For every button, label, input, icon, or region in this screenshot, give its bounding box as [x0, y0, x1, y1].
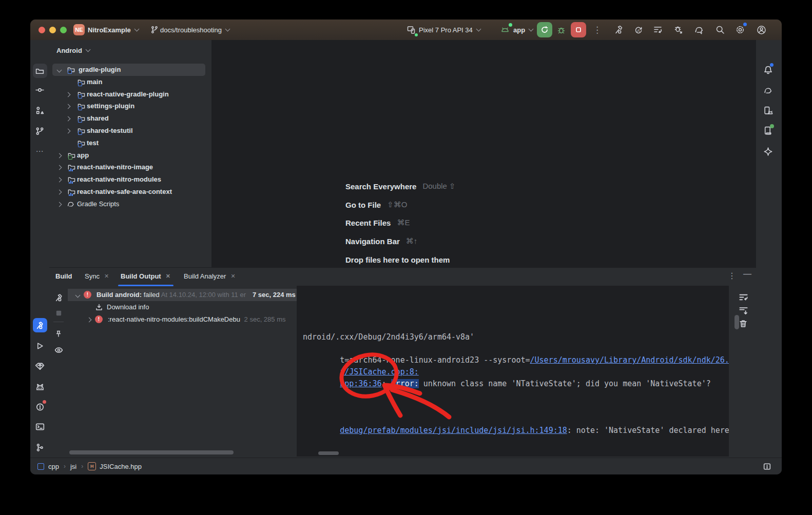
tree-item-settings-plugin[interactable]: settings-plugin [49, 100, 211, 112]
breadcrumb-jsi[interactable]: jsi [70, 463, 76, 470]
tab-sync[interactable]: Sync ✕ [85, 272, 109, 280]
search-icon[interactable] [714, 24, 726, 36]
close-window-button[interactable] [38, 27, 45, 33]
console-line: ndroid/.cxx/Debug/2nd4i3y6/arm64-v8a' [303, 331, 474, 343]
svg-text:A: A [637, 28, 640, 33]
problems-tool-button[interactable] [33, 400, 47, 414]
soft-wrap-icon[interactable] [739, 292, 749, 303]
tree-item-test[interactable]: test [49, 137, 211, 149]
chevron-down-icon[interactable] [75, 293, 81, 298]
project-view-selector[interactable]: Android [56, 44, 90, 56]
right-tool-strip [756, 40, 782, 458]
close-tab-icon[interactable]: ✕ [104, 273, 109, 280]
close-tab-icon[interactable]: ✕ [166, 273, 170, 280]
console-horizontal-scrollbar[interactable] [318, 451, 339, 455]
chevron-right-icon[interactable] [66, 92, 71, 97]
build-task-row[interactable]: ! :react-native-nitro-modules:buildCMake… [68, 313, 297, 326]
close-tab-icon[interactable]: ✕ [230, 273, 235, 280]
tree-item-shared-testutil[interactable]: shared-testutil [49, 125, 211, 137]
tree-item-gradle-plugin[interactable]: gradle-plugin [52, 64, 205, 76]
hide-panel-icon[interactable]: — [743, 269, 751, 279]
chevron-right-icon[interactable] [57, 202, 62, 207]
rerun-button[interactable] [537, 22, 552, 37]
build-duration: 7 sec, 224 ms [252, 291, 296, 299]
device-icon [405, 24, 417, 36]
chevron-right-icon[interactable] [66, 104, 71, 109]
tree-item-react-native-safe-area-context[interactable]: react-native-safe-area-context [49, 186, 211, 198]
settings-gear-icon[interactable] [734, 24, 746, 36]
run-configuration-selector[interactable]: app [513, 19, 533, 40]
console-link[interactable]: /Users/mrousavy/Library/Android/sdk/ndk/… [530, 355, 729, 365]
rerun-build-icon[interactable] [53, 292, 64, 303]
tab-build-output[interactable]: Build Output ✕ [121, 272, 170, 280]
logcat-tool-button[interactable] [33, 380, 47, 394]
run-tool-button[interactable] [33, 339, 47, 353]
chevron-right-icon[interactable] [66, 116, 71, 122]
device-manager-tool-button[interactable] [761, 123, 775, 137]
scroll-to-end-icon[interactable] [739, 306, 749, 316]
chevron-right-icon[interactable] [57, 190, 62, 195]
project-selector[interactable]: NitroExample [88, 19, 139, 40]
apply-changes-icon[interactable]: A [632, 24, 645, 36]
chevron-right-icon[interactable] [57, 153, 62, 159]
attach-debugger-icon[interactable] [672, 24, 685, 36]
notifications-bell-icon[interactable] [761, 63, 775, 77]
chevron-right-icon[interactable] [87, 318, 92, 323]
account-icon[interactable] [755, 24, 767, 36]
build-download-info-row[interactable]: Download info [68, 301, 297, 313]
device-selector[interactable]: Pixel 7 Pro API 34 [419, 19, 480, 40]
gradle-sync-icon[interactable] [693, 24, 705, 36]
horizontal-scrollbar[interactable] [69, 450, 234, 454]
build-console: ndroid/.cxx/Debug/2nd4i3y6/arm64-v8a' t=… [297, 286, 729, 457]
branch-selector[interactable]: docs/troubleshooting [160, 19, 229, 40]
console-vertical-scrollbar[interactable] [734, 315, 739, 329]
pin-icon[interactable] [53, 328, 64, 340]
divider [53, 322, 64, 322]
structure-tool-button[interactable] [33, 103, 47, 117]
build-tool-button[interactable] [33, 318, 47, 332]
tab-build-analyzer[interactable]: Build Analyzer ✕ [184, 272, 236, 280]
tree-item-app[interactable]: app [49, 149, 211, 162]
profiler-icon[interactable] [652, 24, 664, 36]
console-link[interactable]: hpp:36:36 [340, 379, 381, 388]
tree-item-gradle-scripts[interactable]: Gradle Scripts [49, 198, 211, 210]
tree-item-react-native-nitro-modules[interactable]: react-native-nitro-modules [49, 173, 211, 186]
chevron-right-icon[interactable] [66, 129, 71, 134]
gradle-tool-button[interactable] [761, 83, 775, 97]
minimize-window-button[interactable] [49, 27, 56, 33]
breadcrumb-cpp[interactable]: cpp [48, 463, 59, 470]
terminal-tool-button[interactable] [33, 420, 47, 434]
tree-item-shared[interactable]: shared [49, 112, 211, 125]
version-control-tool-button[interactable] [33, 440, 47, 454]
tree-item-react-native-nitro-image[interactable]: react-native-nitro-image [49, 161, 211, 173]
chevron-right-icon[interactable] [57, 177, 62, 183]
chevron-down-icon [529, 27, 534, 32]
build-root-row[interactable]: ! Build android: failed At 14.10.24, 12:… [68, 289, 297, 301]
stop-button[interactable] [571, 22, 586, 37]
debug-button[interactable] [554, 22, 568, 37]
vcs-tool-button[interactable] [33, 124, 47, 138]
panel-options-icon[interactable]: ⋮ [728, 271, 736, 281]
project-tool-button[interactable] [33, 64, 47, 78]
chevron-down-icon[interactable] [57, 68, 62, 73]
stop-build-icon[interactable] [53, 307, 64, 319]
gemini-ai-tool-button[interactable] [761, 144, 775, 159]
breadcrumb-file[interactable]: JSICache.hpp [100, 463, 142, 470]
error-icon: ! [84, 291, 91, 299]
more-actions-button[interactable]: ⋮ [593, 19, 602, 40]
clear-console-trash-icon[interactable] [739, 319, 749, 329]
console-link[interactable]: debug/prefab/modules/jsi/include/jsi/jsi… [340, 426, 567, 435]
build-hammer-icon[interactable] [612, 24, 625, 36]
tree-item-react-native-gradle-plugin[interactable]: react-native-gradle-plugin [49, 88, 211, 101]
module-folder-icon [78, 78, 86, 86]
app-quality-insights-tool-button[interactable] [33, 359, 47, 373]
filters-eye-icon[interactable] [53, 344, 64, 355]
maximize-window-button[interactable] [60, 27, 67, 33]
tree-item-main[interactable]: main [49, 76, 211, 88]
running-devices-tool-button[interactable] [761, 103, 775, 117]
event-log-icon[interactable] [763, 462, 771, 471]
chevron-right-icon[interactable] [57, 165, 62, 170]
more-tools-button[interactable]: ⋯ [33, 144, 47, 159]
commit-tool-button[interactable] [33, 83, 47, 97]
build-panel-title: Build [55, 272, 72, 280]
